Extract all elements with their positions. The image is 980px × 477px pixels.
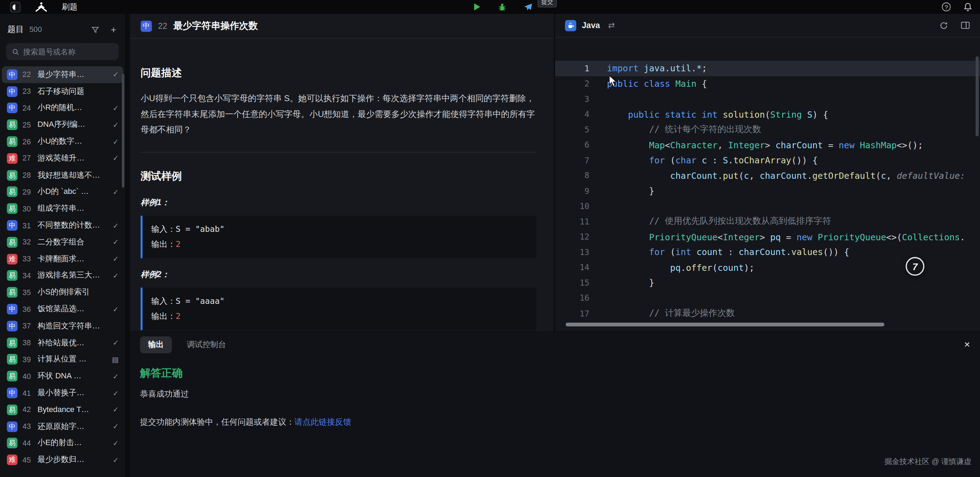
line-number: 2: [555, 79, 590, 89]
difficulty-badge: 易: [7, 338, 18, 348]
tab-debug-console[interactable]: 调试控制台: [187, 339, 226, 350]
sample-output-line: 输出：2: [151, 309, 528, 324]
code-line[interactable]: 16: [555, 290, 980, 306]
reset-code-icon[interactable]: [939, 21, 948, 30]
line-number: 10: [555, 202, 590, 211]
code-line[interactable]: 4 public static int solution(String S) {: [555, 107, 980, 122]
tab-output[interactable]: 输出: [140, 336, 172, 353]
code-line[interactable]: 11 // 使用优先队列按出现次数从高到低排序字符: [555, 214, 980, 230]
code-line[interactable]: 6 Map<Character, Integer> charCount = ne…: [555, 137, 980, 153]
add-problem-icon[interactable]: +: [111, 24, 116, 35]
run-button[interactable]: [473, 2, 481, 11]
difficulty-badge: 易: [7, 203, 18, 214]
list-item[interactable]: 易39计算从位置 …▤: [2, 351, 123, 368]
problem-title: 计算从位置 …: [38, 354, 110, 365]
problem-title: 石子移动问题: [38, 86, 110, 97]
difficulty-badge: 易: [7, 354, 18, 365]
code-line[interactable]: 17 // 计算最少操作次数: [555, 306, 980, 321]
list-item[interactable]: 中31不同整数的计数…✓: [2, 217, 123, 234]
check-icon: ✓: [110, 70, 119, 79]
topbar: 刷题 提交 ?: [0, 0, 980, 14]
close-icon[interactable]: ×: [964, 340, 970, 349]
sample-input-line: 输入：S = "abab": [151, 222, 528, 237]
list-item[interactable]: 难27游戏英雄升…✓: [2, 150, 123, 167]
list-item[interactable]: 易34游戏排名第三大…✓: [2, 267, 123, 284]
code-line[interactable]: 3: [555, 91, 980, 107]
list-item[interactable]: 中37构造回文字符串…: [2, 317, 123, 334]
editor-horizontal-scrollbar[interactable]: [566, 322, 885, 326]
check-icon: ✓: [110, 271, 119, 280]
bell-icon[interactable]: [963, 2, 973, 11]
code-line[interactable]: 8 charCount.put(c, charCount.getOrDefaul…: [555, 168, 980, 183]
code-line[interactable]: 15 }: [555, 275, 980, 290]
problem-title: 卡牌翻面求…: [38, 254, 110, 264]
sample-output-line: 输出：2: [151, 237, 528, 252]
check-icon: ✓: [110, 120, 119, 129]
line-number: 11: [555, 217, 590, 226]
code-line[interactable]: 1import java.util.*;: [555, 61, 980, 76]
help-icon[interactable]: ?: [942, 2, 950, 11]
list-item[interactable]: 易42Bytedance T…✓: [2, 402, 123, 418]
check-icon: ✓: [110, 388, 119, 397]
language-swap-icon[interactable]: ⇄: [608, 21, 615, 30]
list-item[interactable]: 中36饭馆菜品选…✓: [2, 301, 123, 317]
line-number: 4: [555, 110, 590, 119]
list-item[interactable]: 中41最小替换子…✓: [2, 384, 123, 402]
list-item[interactable]: 易40环状 DNA …✓: [2, 368, 123, 384]
problem-number: 38: [22, 338, 35, 347]
list-item[interactable]: 易29小D的 `abc` …✓: [2, 184, 123, 201]
code-line[interactable]: 10: [555, 198, 980, 214]
floating-badge[interactable]: 7: [905, 257, 924, 276]
difficulty-badge: 中: [7, 304, 18, 314]
difficulty-badge: 中: [7, 321, 18, 331]
problem-title: 最少字符串…: [38, 69, 110, 80]
search-box[interactable]: [6, 43, 119, 60]
list-item[interactable]: 易35小S的倒排索引: [2, 284, 123, 301]
sample-label: 样例1：: [141, 197, 536, 208]
check-icon: ✓: [110, 255, 119, 263]
code-line[interactable]: 7 for (char c : S.toCharArray()) {: [555, 152, 980, 168]
list-item[interactable]: 易25DNA序列编…✓: [2, 116, 123, 134]
code-line[interactable]: 5 // 统计每个字符的出现次数: [555, 122, 980, 137]
list-item[interactable]: 中43还原原始字…✓: [2, 418, 123, 435]
difficulty-badge: 中: [7, 388, 18, 398]
line-number: 16: [555, 293, 590, 303]
search-icon: [12, 48, 19, 55]
check-icon: ✓: [110, 154, 119, 163]
code-line[interactable]: 9 }: [555, 183, 980, 199]
line-number: 3: [555, 94, 590, 104]
list-item[interactable]: 中22最少字符串…✓: [2, 66, 123, 83]
code-line[interactable]: 2public class Main {: [555, 76, 980, 91]
difficulty-badge: 易: [7, 438, 18, 448]
list-item[interactable]: 难45最少步数归…✓: [2, 452, 123, 469]
feedback-link[interactable]: 请点此链接反馈: [294, 417, 351, 426]
juejin-logo-icon[interactable]: [34, 2, 48, 12]
debug-bug-icon[interactable]: [498, 2, 507, 11]
console-header: 输出 调试控制台 ×: [130, 332, 980, 357]
list-item[interactable]: 易30组成字符串…: [2, 200, 123, 217]
code-line[interactable]: 12 PriorityQueue<Integer> pq = new Prior…: [555, 229, 980, 244]
filter-icon[interactable]: [91, 25, 99, 34]
difficulty-badge: 难: [7, 455, 18, 465]
list-item[interactable]: 易28我好想逃却逃不…: [2, 167, 123, 184]
search-input[interactable]: [23, 47, 113, 56]
list-item[interactable]: 易26小U的数字…✓: [2, 133, 123, 150]
list-item[interactable]: 中24小R的随机…✓: [2, 100, 123, 116]
submit-send-icon[interactable]: [523, 2, 533, 11]
editor-vertical-scrollbar[interactable]: [976, 56, 979, 136]
difficulty-badge: 中: [7, 103, 18, 113]
list-item[interactable]: 难33卡牌翻面求…✓: [2, 250, 123, 267]
app-logo[interactable]: [10, 2, 21, 12]
list-item[interactable]: 中23石子移动问题: [2, 83, 123, 100]
code-area: 1import java.util.*;2public class Main {…: [555, 38, 980, 321]
list-item[interactable]: 易32二分数字组合✓: [2, 234, 123, 251]
problem-list: 中22最少字符串…✓中23石子移动问题中24小R的随机…✓易25DNA序列编…✓…: [0, 66, 125, 469]
list-item[interactable]: 易38补给站最优…✓: [2, 334, 123, 351]
layout-toggle-icon[interactable]: [961, 21, 970, 30]
check-icon: ✓: [110, 405, 119, 414]
list-item[interactable]: 易44小E的射击…✓: [2, 435, 123, 452]
topbar-left: 刷题: [0, 2, 78, 12]
line-number: 15: [555, 278, 590, 288]
sidebar-scrollbar[interactable]: [122, 74, 124, 188]
submit-tooltip: 提交: [538, 0, 557, 7]
